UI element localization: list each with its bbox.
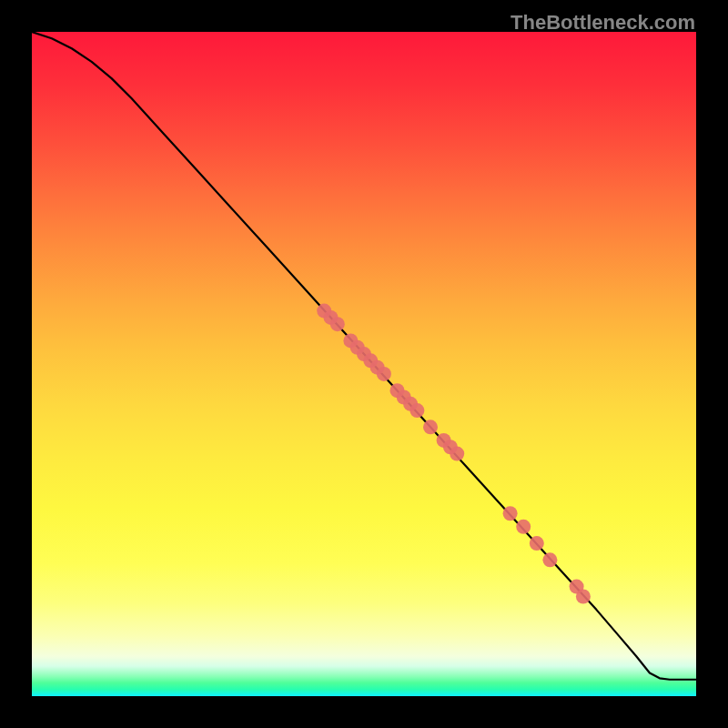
chart-container: TheBottleneck.com (0, 0, 728, 728)
svg-point-16 (450, 447, 464, 461)
data-points (317, 304, 591, 604)
svg-point-17 (503, 506, 518, 521)
chart-svg (32, 32, 696, 696)
svg-point-8 (377, 367, 391, 381)
svg-point-18 (516, 520, 531, 534)
svg-point-12 (410, 403, 424, 418)
svg-point-19 (530, 536, 544, 551)
svg-point-13 (423, 420, 438, 434)
svg-point-22 (576, 590, 591, 604)
watermark-text: TheBottleneck.com (511, 11, 695, 35)
svg-point-2 (330, 317, 345, 331)
svg-point-20 (542, 552, 557, 567)
plot-area (32, 32, 696, 696)
